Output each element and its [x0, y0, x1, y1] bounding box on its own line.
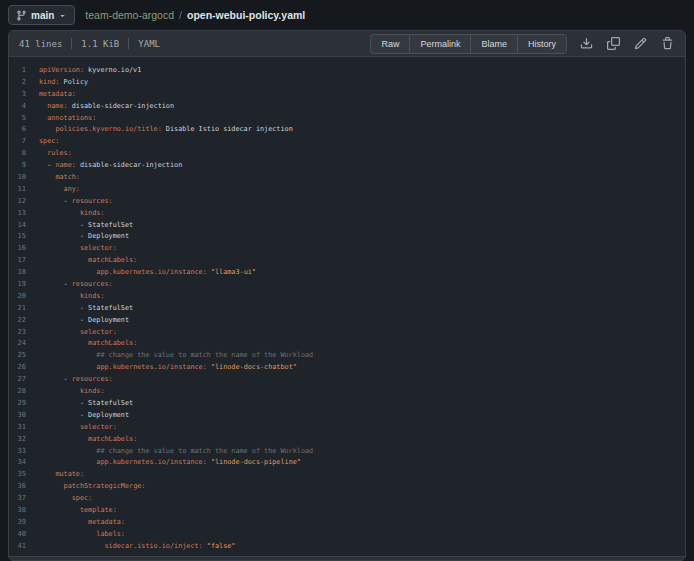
code-line: 1apiVersion: kyverno.io/v1 — [9, 65, 685, 77]
delete-icon[interactable] — [660, 36, 675, 52]
code-line: 6 policies.kyverno.io/title: Disable Ist… — [9, 124, 685, 136]
line-number[interactable]: 11 — [9, 184, 26, 196]
git-branch-icon — [16, 10, 27, 21]
line-number[interactable]: 7 — [9, 136, 26, 148]
code-line-content: kinds: — [39, 208, 104, 220]
code-line: 33 ## change the value to match the name… — [9, 446, 685, 458]
code-line-content: matchLabels: — [39, 255, 137, 267]
line-number[interactable]: 21 — [9, 303, 26, 315]
line-number[interactable]: 16 — [9, 243, 26, 255]
line-number[interactable]: 27 — [9, 374, 26, 386]
line-number[interactable]: 18 — [9, 267, 26, 279]
code-line: 32 matchLabels: — [9, 434, 685, 446]
code-line: 3metadata: — [9, 89, 685, 101]
line-number[interactable]: 22 — [9, 315, 26, 327]
history-button[interactable]: History — [518, 34, 567, 54]
line-number[interactable]: 38 — [9, 505, 26, 517]
file-header-bar: 41 lines 1.1 KiB YAML Raw Permalink Blam… — [9, 31, 685, 57]
line-number[interactable]: 20 — [9, 291, 26, 303]
line-number[interactable]: 23 — [9, 327, 26, 339]
line-number[interactable]: 37 — [9, 493, 26, 505]
line-number[interactable]: 8 — [9, 148, 26, 160]
file-line-count: 41 lines — [19, 39, 62, 49]
line-number[interactable]: 19 — [9, 279, 26, 291]
code-line: 15 - Deployment — [9, 231, 685, 243]
code-line-content: template: — [39, 505, 117, 517]
code-line: 36 patchStrategicMerge: — [9, 481, 685, 493]
breadcrumb-repo-link[interactable]: team-demo-argocd — [85, 9, 174, 21]
line-number[interactable]: 36 — [9, 481, 26, 493]
code-line: 30 - Deployment — [9, 410, 685, 422]
edit-icon[interactable] — [633, 36, 648, 52]
line-number[interactable]: 29 — [9, 398, 26, 410]
file-meta: 41 lines 1.1 KiB YAML — [19, 38, 160, 49]
line-number[interactable]: 40 — [9, 529, 26, 541]
code-line: 12 - resources: — [9, 196, 685, 208]
code-line: 9 - name: disable-sidecar-injection — [9, 160, 685, 172]
branch-selector-button[interactable]: main — [8, 5, 75, 25]
line-number[interactable]: 30 — [9, 410, 26, 422]
code-line: 11 any: — [9, 184, 685, 196]
permalink-button[interactable]: Permalink — [410, 34, 471, 54]
code-line: 16 selector: — [9, 243, 685, 255]
line-number[interactable]: 35 — [9, 469, 26, 481]
line-number[interactable]: 33 — [9, 446, 26, 458]
line-number[interactable]: 5 — [9, 113, 26, 125]
breadcrumb-file-name: open-webui-policy.yaml — [187, 9, 305, 21]
code-line-content: rules: — [39, 148, 72, 160]
code-line-content: any: — [39, 184, 80, 196]
file-footer-edge — [9, 556, 685, 560]
code-line-content: spec: — [39, 136, 59, 148]
code-line-content: selector: — [39, 327, 117, 339]
code-line-content: selector: — [39, 243, 117, 255]
code-line-content: - Deployment — [39, 231, 129, 243]
code-line-content: name: disable-sidecar-injection — [39, 101, 174, 113]
blame-button[interactable]: Blame — [471, 34, 518, 54]
line-number[interactable]: 9 — [9, 160, 26, 172]
line-number[interactable]: 32 — [9, 434, 26, 446]
chevron-down-icon — [58, 11, 67, 20]
code-line: 38 template: — [9, 505, 685, 517]
code-line-content: matchLabels: — [39, 434, 137, 446]
line-number[interactable]: 28 — [9, 386, 26, 398]
line-number[interactable]: 26 — [9, 362, 26, 374]
raw-button[interactable]: Raw — [370, 34, 410, 54]
line-number[interactable]: 4 — [9, 101, 26, 113]
line-number[interactable]: 39 — [9, 517, 26, 529]
copy-icon[interactable] — [606, 36, 621, 52]
code-line: 29 - StatefulSet — [9, 398, 685, 410]
line-number[interactable]: 25 — [9, 350, 26, 362]
line-number[interactable]: 10 — [9, 172, 26, 184]
line-number[interactable]: 3 — [9, 89, 26, 101]
line-number[interactable]: 2 — [9, 77, 26, 89]
code-line-content: selector: — [39, 422, 117, 434]
code-line-content: ## change the value to match the name of… — [39, 446, 313, 458]
line-number[interactable]: 31 — [9, 422, 26, 434]
code-line: 24 matchLabels: — [9, 338, 685, 350]
line-number[interactable]: 24 — [9, 338, 26, 350]
line-number[interactable]: 34 — [9, 457, 26, 469]
code-line-content: - StatefulSet — [39, 303, 133, 315]
line-number[interactable]: 41 — [9, 541, 26, 553]
line-number[interactable]: 12 — [9, 196, 26, 208]
code-line: 37 spec: — [9, 493, 685, 505]
line-number[interactable]: 13 — [9, 208, 26, 220]
code-line-content: - resources: — [39, 196, 113, 208]
line-number[interactable]: 14 — [9, 220, 26, 232]
line-number[interactable]: 17 — [9, 255, 26, 267]
code-line-content: - resources: — [39, 374, 113, 386]
line-number[interactable]: 15 — [9, 231, 26, 243]
line-number[interactable]: 6 — [9, 124, 26, 136]
meta-divider — [71, 38, 72, 49]
code-line: 5 annotations: — [9, 113, 685, 125]
code-line: 13 kinds: — [9, 208, 685, 220]
file-view-panel: 41 lines 1.1 KiB YAML Raw Permalink Blam… — [8, 30, 686, 561]
download-icon[interactable] — [579, 36, 594, 52]
code-line: 39 metadata: — [9, 517, 685, 529]
code-line-content: - name: disable-sidecar-injection — [39, 160, 182, 172]
code-line: 25 ## change the value to match the name… — [9, 350, 685, 362]
meta-divider — [128, 38, 129, 49]
line-number[interactable]: 1 — [9, 65, 26, 77]
code-line-content: - Deployment — [39, 315, 129, 327]
code-line-content: sidecar.istio.io/inject: "false" — [39, 541, 235, 553]
